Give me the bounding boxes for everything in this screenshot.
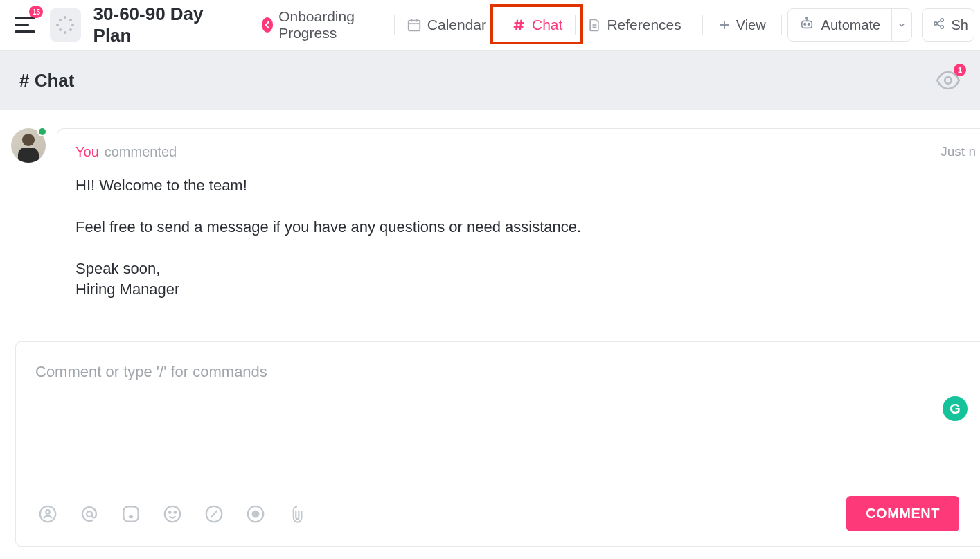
assign-icon[interactable]: [37, 503, 59, 525]
tab-label: References: [607, 17, 681, 33]
chat-messages: You commented Just n HI! Welcome to the …: [0, 110, 980, 337]
hamburger-icon: [15, 17, 35, 33]
tab-onboarding-progress[interactable]: Onboarding Progress: [249, 7, 394, 43]
back-icon: [262, 17, 273, 33]
tab-label: Calendar: [427, 17, 486, 33]
automate-label: Automate: [821, 17, 881, 33]
message-action: commented: [105, 144, 177, 160]
calendar-icon: [407, 17, 422, 33]
slash-command-icon[interactable]: [120, 503, 142, 525]
plus-icon: [718, 19, 731, 31]
robot-icon: [799, 16, 814, 35]
svg-point-22: [945, 77, 952, 84]
svg-line-21: [936, 24, 941, 26]
svg-rect-26: [123, 506, 138, 521]
menu-badge: 15: [29, 6, 43, 18]
view-label: View: [736, 17, 766, 33]
comment-input[interactable]: Comment or type '/' for commands G: [16, 342, 980, 481]
grammarly-icon[interactable]: G: [943, 396, 968, 421]
document-icon: [587, 17, 601, 33]
share-label: Sh: [952, 17, 968, 33]
svg-point-27: [165, 506, 181, 522]
tab-calendar[interactable]: Calendar: [394, 7, 499, 43]
share-button[interactable]: Sh: [922, 8, 974, 42]
svg-point-14: [808, 23, 810, 25]
task-link-icon[interactable]: [203, 503, 225, 525]
record-icon[interactable]: [244, 503, 267, 525]
chat-subheader: # Chat 1: [0, 51, 980, 110]
header-tabs: Onboarding Progress Calendar Chat Refere…: [249, 0, 694, 50]
attachment-icon[interactable]: [286, 503, 308, 525]
svg-line-7: [520, 20, 522, 30]
tab-label: Chat: [532, 17, 562, 33]
comment-placeholder: Comment or type '/' for commands: [35, 363, 961, 381]
avatar[interactable]: [11, 128, 46, 163]
svg-point-29: [175, 511, 177, 513]
svg-point-33: [253, 511, 259, 517]
online-status-icon: [37, 127, 47, 136]
svg-point-13: [804, 23, 806, 25]
mention-icon[interactable]: [78, 503, 100, 525]
loading-icon: [56, 16, 74, 34]
share-icon: [932, 17, 946, 34]
svg-point-24: [46, 510, 50, 514]
svg-point-28: [169, 511, 171, 513]
message-timestamp: Just n: [941, 144, 976, 159]
svg-line-20: [936, 20, 941, 22]
submit-comment-button[interactable]: COMMENT: [846, 496, 959, 531]
add-view-button[interactable]: View: [709, 8, 776, 42]
svg-line-6: [516, 20, 517, 30]
page-title: 30-60-90 Day Plan: [93, 3, 234, 46]
automate-button[interactable]: Automate: [787, 8, 912, 42]
message-text: HI! Welcome to the team! Feel free to se…: [75, 175, 962, 299]
comment-composer: Comment or type '/' for commands G COMME…: [15, 341, 980, 547]
watchers-button[interactable]: 1: [936, 71, 961, 90]
header-bar: 15 30-60-90 Day Plan Onboarding Progress…: [0, 0, 980, 51]
message-body: You commented Just n HI! Welcome to the …: [57, 128, 980, 320]
svg-rect-12: [801, 21, 812, 28]
hash-icon: [511, 17, 526, 33]
watchers-count: 1: [954, 64, 966, 76]
message-author: You: [75, 144, 99, 160]
composer-toolbar: COMMENT: [16, 481, 980, 546]
automate-dropdown[interactable]: [891, 9, 911, 41]
svg-rect-0: [409, 21, 420, 31]
emoji-icon[interactable]: [161, 503, 184, 525]
tab-references[interactable]: References: [575, 7, 693, 43]
tab-chat[interactable]: Chat: [499, 7, 575, 43]
document-icon[interactable]: [50, 8, 80, 42]
svg-line-31: [211, 511, 217, 517]
tab-label: Onboarding Progress: [278, 8, 382, 42]
chat-title: # Chat: [19, 70, 74, 91]
menu-button[interactable]: 15: [11, 10, 39, 40]
svg-point-25: [87, 511, 92, 517]
chat-message: You commented Just n HI! Welcome to the …: [11, 128, 980, 320]
svg-point-16: [806, 17, 808, 19]
